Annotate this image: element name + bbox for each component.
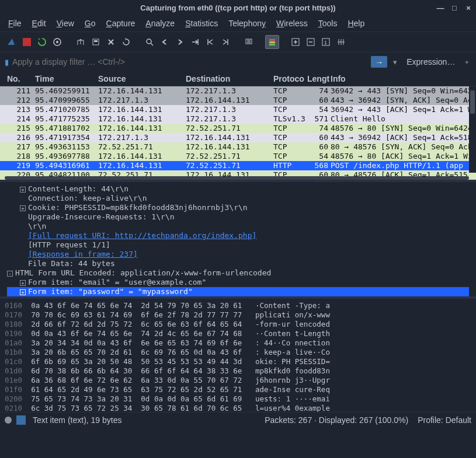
tree-expand-icon[interactable]: + bbox=[20, 187, 26, 193]
apply-filter-button[interactable]: → bbox=[371, 56, 387, 68]
hex-line[interactable]: 01a0 3a 20 34 34 0d 0a 43 6f 6e 6e 65 63… bbox=[5, 338, 471, 348]
detail-connection: Connection: keep-alive\r\n bbox=[7, 194, 469, 203]
menu-wireless[interactable]: Wireless bbox=[276, 19, 308, 28]
maximize-button[interactable]: □ bbox=[450, 4, 458, 12]
hex-line[interactable]: 01c0 6f 6b 69 65 3a 20 50 48 50 53 45 53… bbox=[5, 357, 471, 366]
detail-full-uri-link[interactable]: [Full request URI: http://techpanda.org/… bbox=[28, 231, 256, 240]
tree-collapse-icon[interactable]: - bbox=[7, 271, 13, 277]
svg-rect-0 bbox=[23, 38, 31, 46]
goto-first-button[interactable] bbox=[203, 35, 217, 49]
toolbar: 1 bbox=[0, 32, 476, 53]
hex-line[interactable]: 0200 75 65 73 74 73 3a 20 31 0d 0a 0d 0a… bbox=[5, 394, 471, 404]
expert-info-icon[interactable] bbox=[5, 417, 12, 424]
menu-statistics[interactable]: Statistics bbox=[185, 19, 218, 28]
packet-row[interactable]: 21895.493697788172.16.144.13172.52.251.7… bbox=[0, 152, 476, 161]
minimize-button[interactable]: — bbox=[436, 4, 444, 12]
menu-telephony[interactable]: Telephony bbox=[228, 19, 266, 28]
close-button[interactable]: × bbox=[464, 4, 472, 12]
resize-columns-button[interactable] bbox=[334, 35, 348, 49]
header-info[interactable]: Info bbox=[331, 74, 476, 83]
tree-expand-icon[interactable]: + bbox=[20, 289, 26, 295]
find-packet-button[interactable] bbox=[143, 35, 157, 49]
hex-line[interactable]: 0160 0a 43 6f 6e 74 65 6e 74 2d 54 79 70… bbox=[5, 301, 471, 310]
goto-last-button[interactable] bbox=[218, 35, 232, 49]
menu-go[interactable]: Go bbox=[85, 19, 96, 28]
packet-row[interactable]: 21195.469259911172.16.144.131172.217.1.3… bbox=[0, 86, 476, 96]
hex-line[interactable]: 0180 2d 66 6f 72 6d 2d 75 72 6c 65 6e 63… bbox=[5, 320, 471, 329]
hex-line[interactable]: 0170 70 70 6c 69 63 61 74 69 6f 6e 2f 78… bbox=[5, 310, 471, 320]
colorize-button[interactable] bbox=[265, 35, 279, 49]
options-button[interactable] bbox=[50, 35, 64, 49]
detail-cookie: Cookie: PHPSESSID=mp8kfkd0foodd83nj6honr… bbox=[28, 203, 248, 212]
zoom-in-button[interactable] bbox=[289, 35, 303, 49]
packet-row[interactable]: 21695.471917354172.217.1.3172.16.144.131… bbox=[0, 133, 476, 142]
tree-expand-icon[interactable]: + bbox=[20, 280, 26, 286]
svg-text:1: 1 bbox=[324, 40, 327, 46]
header-length[interactable]: Lengt bbox=[307, 74, 331, 83]
titlebar: Capturing from eth0 ((tcp port http) or … bbox=[0, 0, 476, 15]
open-file-button[interactable] bbox=[74, 35, 88, 49]
menu-analyze[interactable]: Analyze bbox=[145, 19, 175, 28]
stop-capture-button[interactable] bbox=[20, 35, 34, 49]
detail-form-urlencoded: HTML Form URL Encoded: application/x-www… bbox=[15, 268, 271, 277]
add-filter-button[interactable]: + bbox=[462, 58, 471, 67]
detail-upgrade-insecure: Upgrade-Insecure-Requests: 1\r\n bbox=[7, 212, 469, 222]
packet-list[interactable]: 21195.469259911172.16.144.131172.217.1.3… bbox=[0, 86, 476, 180]
svg-rect-4 bbox=[94, 40, 98, 42]
packet-row[interactable]: 21795.49363115372.52.251.71172.16.144.13… bbox=[0, 142, 476, 152]
shark-fin-icon[interactable] bbox=[5, 35, 19, 49]
svg-point-5 bbox=[147, 39, 151, 44]
capture-file-properties-button[interactable] bbox=[16, 415, 26, 425]
display-filter-input[interactable] bbox=[12, 57, 367, 67]
hex-line[interactable]: 01b0 3a 20 6b 65 65 70 2d 61 6c 69 76 65… bbox=[5, 348, 471, 357]
horizontal-scrollbar[interactable] bbox=[5, 176, 469, 180]
status-packet-counts: Packets: 267 · Displayed: 267 (100.0%) bbox=[255, 415, 418, 425]
hex-line[interactable]: 0210 6c 3d 75 73 65 72 25 34 30 65 78 61… bbox=[5, 404, 471, 412]
menu-edit[interactable]: Edit bbox=[32, 19, 46, 28]
expression-button[interactable]: Expression… bbox=[403, 57, 458, 67]
packet-row[interactable]: 21495.471775235172.16.144.131172.217.1.3… bbox=[0, 114, 476, 124]
save-file-button[interactable] bbox=[89, 35, 103, 49]
packet-row[interactable]: 21395.471020785172.16.144.131172.217.1.3… bbox=[0, 105, 476, 114]
packet-bytes-pane[interactable]: 0160 0a 43 6f 6e 74 65 6e 74 2d 54 79 70… bbox=[0, 296, 476, 412]
bookmark-icon[interactable]: ▮ bbox=[5, 58, 9, 67]
menu-capture[interactable]: Capture bbox=[106, 19, 135, 28]
reload-button[interactable] bbox=[119, 35, 133, 49]
go-forward-button[interactable] bbox=[173, 35, 187, 49]
detail-http-request: [HTTP request 1/1] bbox=[7, 240, 469, 250]
go-back-button[interactable] bbox=[158, 35, 172, 49]
header-time[interactable]: Time bbox=[35, 74, 98, 83]
detail-crlf: \r\n bbox=[7, 222, 469, 231]
filter-history-dropdown[interactable]: ▾ bbox=[391, 58, 399, 67]
status-selected-field: Text item (text), 19 bytes bbox=[33, 415, 255, 425]
vertical-scrollbar[interactable] bbox=[469, 86, 476, 173]
svg-point-2 bbox=[56, 41, 58, 43]
packet-details-pane[interactable]: +Content-Length: 44\r\n Connection: keep… bbox=[0, 180, 476, 296]
zoom-reset-button[interactable]: 1 bbox=[319, 35, 333, 49]
hex-line[interactable]: 01e0 6a 36 68 6f 6e 72 6e 62 6a 33 0d 0a… bbox=[5, 376, 471, 385]
packet-row[interactable]: 21995.494316961172.16.144.13172.52.251.7… bbox=[0, 161, 476, 170]
header-source[interactable]: Source bbox=[98, 74, 186, 83]
packet-row[interactable]: 21595.471881702172.16.144.13172.52.251.7… bbox=[0, 124, 476, 133]
header-no[interactable]: No. bbox=[7, 74, 35, 83]
hex-line[interactable]: 01d0 6d 70 38 6b 66 6b 64 30 66 6f 6f 64… bbox=[5, 366, 471, 376]
menu-file[interactable]: File bbox=[8, 19, 22, 28]
detail-file-data: File Data: 44 bytes bbox=[7, 259, 469, 268]
detail-response-link[interactable]: [Response in frame: 237] bbox=[28, 250, 138, 258]
hex-line[interactable]: 0190 0d 0a 43 6f 6e 74 65 6e 74 2d 4c 65… bbox=[5, 329, 471, 338]
menu-view[interactable]: View bbox=[57, 19, 74, 28]
autoscroll-button[interactable] bbox=[242, 35, 256, 49]
jump-packet-button[interactable] bbox=[188, 35, 202, 49]
header-destination[interactable]: Destination bbox=[186, 74, 273, 83]
close-file-button[interactable] bbox=[104, 35, 118, 49]
hex-line[interactable]: 01f0 61 64 65 2d 49 6e 73 65 63 75 72 65… bbox=[5, 385, 471, 394]
packet-row[interactable]: 21295.470999655172.217.1.3172.16.144.131… bbox=[0, 96, 476, 105]
menu-help[interactable]: Help bbox=[348, 19, 364, 28]
restart-capture-button[interactable] bbox=[35, 35, 49, 49]
header-protocol[interactable]: Protoco bbox=[273, 74, 307, 83]
menu-tools[interactable]: Tools bbox=[318, 19, 338, 28]
tree-expand-icon[interactable]: + bbox=[20, 205, 26, 211]
status-profile[interactable]: Profile: Default bbox=[418, 415, 471, 425]
detail-content-length: Content-Length: 44\r\n bbox=[28, 184, 128, 193]
zoom-out-button[interactable] bbox=[304, 35, 318, 49]
